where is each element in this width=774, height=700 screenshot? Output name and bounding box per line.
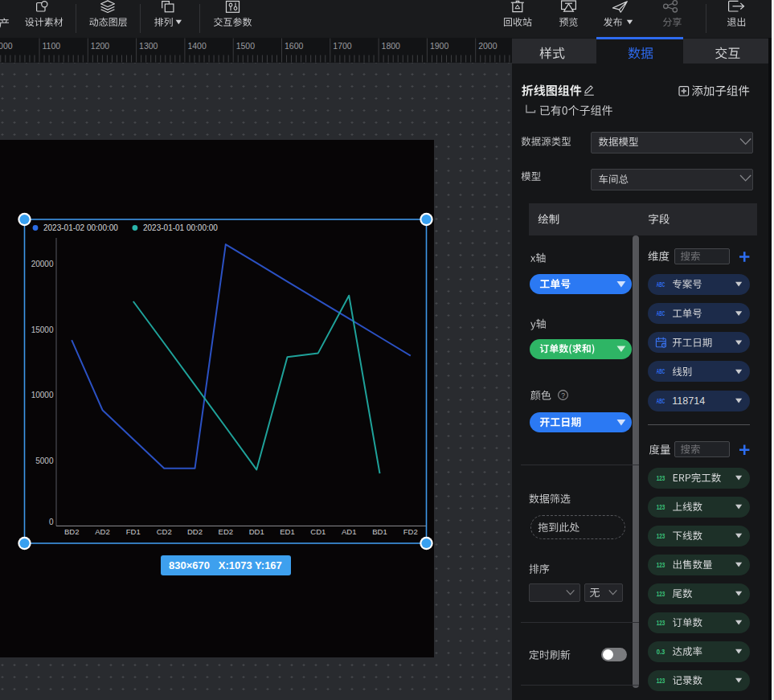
- svg-text:1500: 1500: [236, 41, 256, 51]
- svg-text:123: 123: [657, 677, 665, 685]
- svg-text:?: ?: [561, 391, 565, 399]
- svg-text:830×670 X:1073 Y:167: 830×670 X:1073 Y:167: [169, 559, 282, 571]
- svg-text:123: 123: [657, 590, 665, 598]
- svg-text:1400: 1400: [187, 41, 207, 51]
- svg-text:1000: 1000: [0, 41, 13, 51]
- svg-text:FD1: FD1: [126, 527, 141, 536]
- svg-text:1200: 1200: [91, 41, 110, 51]
- svg-text:0.3: 0.3: [657, 648, 665, 656]
- svg-text:ABC: ABC: [657, 397, 665, 405]
- svg-text:ABC: ABC: [657, 309, 665, 317]
- svg-text:BD1: BD1: [372, 527, 387, 536]
- svg-text:123: 123: [657, 503, 665, 511]
- svg-text:118714: 118714: [672, 395, 705, 407]
- svg-text:ABC: ABC: [657, 367, 665, 375]
- svg-text:1600: 1600: [285, 41, 304, 51]
- svg-text:BD2: BD2: [64, 527, 79, 536]
- svg-text:123: 123: [657, 619, 665, 627]
- svg-text:1100: 1100: [43, 41, 61, 51]
- svg-text:ED1: ED1: [280, 527, 294, 536]
- svg-text:DD1: DD1: [249, 527, 264, 536]
- svg-text:FD2: FD2: [403, 527, 418, 536]
- svg-text:123: 123: [657, 532, 665, 540]
- svg-text:1800: 1800: [382, 41, 401, 51]
- svg-text:2023-01-02 00:00:00: 2023-01-02 00:00:00: [43, 223, 118, 232]
- svg-text:ABC: ABC: [657, 280, 665, 289]
- svg-text:CD1: CD1: [310, 527, 326, 536]
- svg-text:1900: 1900: [430, 41, 449, 51]
- svg-text:5000: 5000: [35, 456, 54, 465]
- svg-text:20000: 20000: [31, 260, 54, 268]
- svg-text:2000: 2000: [478, 41, 498, 51]
- svg-text:DD2: DD2: [187, 527, 203, 536]
- svg-text:10000: 10000: [31, 391, 54, 399]
- svg-text:123: 123: [657, 561, 665, 569]
- svg-text:123: 123: [657, 474, 665, 482]
- svg-text:1300: 1300: [139, 41, 158, 51]
- svg-text:15000: 15000: [31, 325, 54, 334]
- svg-text:0: 0: [49, 518, 54, 526]
- svg-text:1700: 1700: [333, 41, 352, 51]
- svg-text:CD2: CD2: [157, 527, 172, 536]
- svg-text:ED2: ED2: [219, 527, 233, 536]
- svg-text:AD2: AD2: [95, 527, 109, 536]
- svg-text:AD1: AD1: [342, 527, 356, 536]
- svg-text:2023-01-01 00:00:00: 2023-01-01 00:00:00: [143, 223, 218, 232]
